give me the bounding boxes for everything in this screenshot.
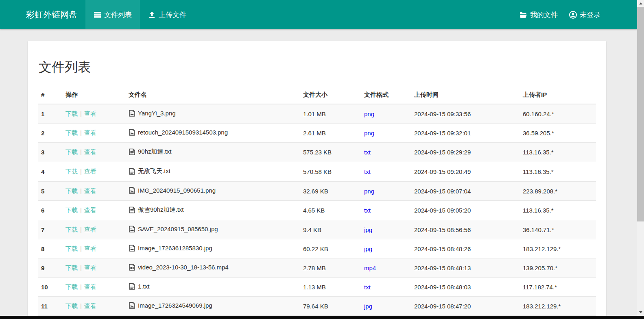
format-link[interactable]: png xyxy=(364,111,374,117)
row-uploadtime: 2024-09-15 09:32:01 xyxy=(411,124,520,143)
image-file-icon xyxy=(129,129,135,136)
scroll-up-icon xyxy=(639,2,642,4)
format-link[interactable]: jpg xyxy=(364,303,372,310)
row-filesize: 9.4 KB xyxy=(300,220,361,239)
header-index: # xyxy=(38,87,62,104)
row-index: 4 xyxy=(38,162,62,182)
filename: SAVE_20240915_085650.jpg xyxy=(138,226,218,232)
action-separator: | xyxy=(80,129,82,136)
bottom-edge-strip xyxy=(0,316,644,319)
row-index: 5 xyxy=(38,182,62,201)
row-uploader-ip: 183.212.129.* xyxy=(520,297,596,316)
download-link[interactable]: 下载 xyxy=(65,264,78,271)
row-uploader-ip: 223.89.208.* xyxy=(520,182,596,201)
nav-item-file-list[interactable]: 文件列表 xyxy=(85,0,140,29)
row-filename-cell: Image_1726324549069.jpg xyxy=(125,297,300,316)
text-file-icon xyxy=(129,148,135,155)
row-actions: 下载|查看 xyxy=(62,104,125,124)
format-link[interactable]: png xyxy=(364,188,374,195)
header-uploadtime: 上传时间 xyxy=(411,87,520,104)
download-link[interactable]: 下载 xyxy=(65,148,78,155)
row-filesize: 4.65 KB xyxy=(300,201,361,220)
row-uploadtime: 2024-09-15 08:48:13 xyxy=(411,258,520,278)
view-link[interactable]: 查看 xyxy=(84,302,96,309)
view-link[interactable]: 查看 xyxy=(84,245,96,252)
view-link[interactable]: 查看 xyxy=(84,110,96,117)
scrollbar-thumb[interactable] xyxy=(637,7,644,221)
format-link[interactable]: jpg xyxy=(364,226,372,233)
row-uploader-ip: 117.182.74.* xyxy=(520,278,596,297)
download-link[interactable]: 下载 xyxy=(65,110,78,117)
list-icon xyxy=(94,11,101,19)
image-file-icon xyxy=(129,226,135,232)
view-link[interactable]: 查看 xyxy=(84,148,96,155)
format-link[interactable]: txt xyxy=(364,149,371,156)
row-index: 11 xyxy=(38,297,62,316)
navbar-container: 彩虹外链网盘 文件列表 上传文件 我的文件 未登录 xyxy=(0,0,637,29)
table-row: 1 下载|查看 YangYi_3.png 1.01 MB png 2024-09… xyxy=(38,104,596,124)
view-link[interactable]: 查看 xyxy=(84,129,96,136)
format-link[interactable]: txt xyxy=(364,284,371,291)
view-link[interactable]: 查看 xyxy=(84,168,96,175)
download-link[interactable]: 下载 xyxy=(65,302,78,309)
row-format-cell: jpg xyxy=(361,239,411,258)
row-format-cell: txt xyxy=(361,143,411,162)
scrollbar-down-button[interactable] xyxy=(637,309,644,316)
row-filename-cell: 无敌飞天.txt xyxy=(125,162,300,182)
row-uploadtime: 2024-09-15 09:33:56 xyxy=(411,104,520,124)
nav-item-label: 上传文件 xyxy=(159,10,186,20)
header-uploader-ip: 上传者IP xyxy=(520,87,596,104)
nav-item-my-files[interactable]: 我的文件 xyxy=(514,0,563,29)
download-link[interactable]: 下载 xyxy=(65,168,78,175)
download-link[interactable]: 下载 xyxy=(65,226,78,233)
view-link[interactable]: 查看 xyxy=(84,206,96,213)
row-filesize: 570.58 KB xyxy=(300,162,361,182)
filename: Image_1726324549069.jpg xyxy=(138,302,212,309)
row-index: 7 xyxy=(38,220,62,239)
view-link[interactable]: 查看 xyxy=(84,264,96,271)
filename: IMG_20240915_090651.png xyxy=(138,187,216,194)
row-filename-cell: Image_1726361285830.jpg xyxy=(125,239,300,258)
row-uploadtime: 2024-09-15 09:20:49 xyxy=(411,162,520,182)
nav-item-login-status[interactable]: 未登录 xyxy=(563,0,606,29)
row-index: 1 xyxy=(38,104,62,124)
action-separator: | xyxy=(80,206,82,213)
row-uploader-ip: 113.16.35.* xyxy=(520,143,596,162)
table-row: 2 下载|查看 retouch_2024091509314503.png 2.6… xyxy=(38,124,596,143)
download-link[interactable]: 下载 xyxy=(65,187,78,194)
nav-item-label: 文件列表 xyxy=(104,10,132,20)
download-link[interactable]: 下载 xyxy=(65,245,78,252)
view-link[interactable]: 查看 xyxy=(84,226,96,233)
row-uploadtime: 2024-09-15 09:05:20 xyxy=(411,201,520,220)
vertical-scrollbar[interactable] xyxy=(637,0,644,316)
brand[interactable]: 彩虹外链网盘 xyxy=(26,0,77,29)
scrollbar-up-button[interactable] xyxy=(637,0,644,7)
nav-spacer xyxy=(194,0,514,29)
row-index: 2 xyxy=(38,124,62,143)
format-link[interactable]: png xyxy=(364,130,374,137)
action-separator: | xyxy=(80,148,82,155)
action-separator: | xyxy=(80,302,82,309)
view-link[interactable]: 查看 xyxy=(84,187,96,194)
format-link[interactable]: txt xyxy=(364,207,371,214)
table-row: 11 下载|查看 Image_1726324549069.jpg 79.64 K… xyxy=(38,297,596,316)
format-link[interactable]: mp4 xyxy=(364,265,376,271)
action-separator: | xyxy=(80,187,82,194)
row-actions: 下载|查看 xyxy=(62,220,125,239)
row-actions: 下载|查看 xyxy=(62,162,125,182)
row-filesize: 1.01 MB xyxy=(300,104,361,124)
filename: YangYi_3.png xyxy=(138,110,176,117)
table-row: 3 下载|查看 90hz加速.txt 575.23 KB txt 2024-09… xyxy=(38,143,596,162)
view-link[interactable]: 查看 xyxy=(84,283,96,290)
download-link[interactable]: 下载 xyxy=(65,129,78,136)
page-title: 文件列表 xyxy=(39,59,596,76)
format-link[interactable]: txt xyxy=(364,168,371,175)
filename: Image_1726361285830.jpg xyxy=(138,245,212,252)
row-format-cell: jpg xyxy=(361,297,411,316)
format-link[interactable]: jpg xyxy=(364,245,372,252)
download-link[interactable]: 下载 xyxy=(65,206,78,213)
row-uploadtime: 2024-09-15 08:56:56 xyxy=(411,220,520,239)
header-filename: 文件名 xyxy=(125,87,300,104)
nav-item-upload[interactable]: 上传文件 xyxy=(140,0,194,29)
download-link[interactable]: 下载 xyxy=(65,283,78,290)
